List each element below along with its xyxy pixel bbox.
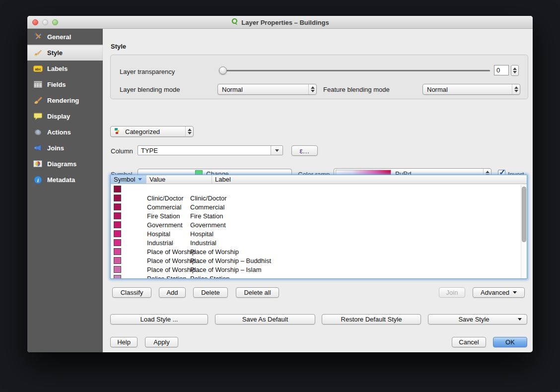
updown-arrows-icon	[308, 84, 316, 94]
table-body: Clinic/DoctorClinic/DoctorCommercialComm…	[111, 185, 521, 278]
layer-properties-window: Layer Properties – Buildings GeneralStyl…	[27, 16, 533, 352]
feature-blending-label: Feature blending mode	[323, 86, 390, 93]
apply-button[interactable]: Apply	[145, 337, 178, 347]
sidebar-item-label: Joins	[47, 144, 64, 152]
table-row[interactable]: Police StationPolice Station	[111, 274, 521, 278]
categories-table[interactable]: Symbol Value Label Clinic/DoctorClinic/D…	[110, 175, 527, 279]
menu-arrow-icon	[513, 291, 517, 294]
help-button[interactable]: Help	[110, 337, 138, 347]
sidebar-item-diagrams[interactable]: Diagrams	[27, 156, 103, 172]
table-row[interactable]: Place of Worship...Place of Worship – Is…	[111, 265, 521, 274]
table-row[interactable]: IndustrialIndustrial	[111, 238, 521, 247]
sidebar-item-labels[interactable]: abcLabels	[27, 61, 103, 76]
layer-blending-label: Layer blending mode	[120, 86, 180, 93]
category-swatch[interactable]	[114, 203, 121, 210]
category-label[interactable]: Industrial	[187, 239, 521, 247]
category-label[interactable]: Place of Worship – Buddhist	[187, 257, 521, 264]
category-label[interactable]: Place of Worship – Islam	[187, 266, 521, 273]
category-value[interactable]: Place of Worship	[121, 248, 187, 256]
table-row[interactable]: CommercialCommercial	[111, 202, 521, 211]
category-swatch[interactable]	[114, 257, 121, 264]
category-swatch[interactable]	[114, 248, 121, 255]
sidebar-item-rendering[interactable]: Rendering	[27, 92, 103, 108]
category-value[interactable]: Hospital	[121, 230, 187, 238]
category-swatch[interactable]	[114, 212, 121, 219]
category-swatch[interactable]	[114, 239, 121, 246]
svg-text:abc: abc	[35, 67, 41, 70]
table-row[interactable]: GovernmentGovernment	[111, 220, 521, 229]
category-value[interactable]: Police Station	[121, 275, 187, 279]
feature-blending-select[interactable]: Normal	[422, 84, 520, 95]
transparency-label: Layer transparency	[120, 68, 175, 75]
category-value[interactable]: Commercial	[121, 203, 187, 211]
brush-icon	[33, 96, 43, 105]
restore-default-style-button[interactable]: Restore Default Style	[322, 314, 421, 325]
table-scrollbar[interactable]	[521, 185, 527, 278]
sidebar-item-label: Display	[47, 113, 70, 120]
category-swatch[interactable]	[114, 230, 121, 237]
category-label[interactable]: Commercial	[187, 203, 521, 211]
column-header-label[interactable]: Label	[212, 175, 527, 184]
table-row[interactable]: Place of Worship...Place of Worship – Bu…	[111, 256, 521, 265]
column-select[interactable]: TYPE	[138, 145, 283, 155]
join-arrow-icon	[33, 143, 43, 152]
qgis-icon	[231, 18, 238, 27]
cancel-button[interactable]: Cancel	[452, 337, 486, 347]
sidebar-item-fields[interactable]: Fields	[27, 76, 103, 92]
category-value[interactable]: Place of Worship...	[121, 266, 187, 273]
table-row[interactable]	[111, 185, 521, 194]
sidebar-item-style[interactable]: Style	[27, 45, 103, 61]
scrollbar-thumb[interactable]	[522, 187, 526, 242]
column-header-value[interactable]: Value	[146, 175, 212, 184]
ok-button[interactable]: OK	[493, 337, 527, 347]
category-swatch[interactable]	[114, 195, 121, 201]
join-button[interactable]: Join	[439, 287, 465, 298]
table-header: Symbol Value Label	[111, 175, 527, 184]
dropdown-arrow-icon[interactable]	[271, 146, 282, 155]
category-label[interactable]: Clinic/Doctor	[187, 195, 521, 202]
expression-button[interactable]: ε…	[291, 145, 318, 156]
category-label[interactable]: Fire Station	[187, 212, 521, 220]
sidebar-item-label: Metadata	[47, 176, 75, 184]
layer-blending-select[interactable]: Normal	[217, 84, 317, 95]
category-label[interactable]: Hospital	[187, 230, 521, 238]
delete-all-button[interactable]: Delete all	[236, 287, 279, 298]
titlebar[interactable]: Layer Properties – Buildings	[27, 16, 533, 29]
category-value[interactable]: Place of Worship...	[121, 257, 187, 264]
transparency-stepper[interactable]	[511, 65, 519, 76]
category-label[interactable]: Place of Worship	[187, 248, 521, 256]
sidebar-item-label: Diagrams	[47, 160, 76, 168]
classify-button[interactable]: Classify	[112, 287, 151, 298]
sidebar-item-general[interactable]: General	[27, 29, 103, 45]
category-value[interactable]: Clinic/Doctor	[121, 195, 187, 202]
table-row[interactable]: Fire StationFire Station	[111, 211, 521, 220]
slider-thumb[interactable]	[219, 66, 227, 74]
sidebar-item-metadata[interactable]: iMetadata	[27, 172, 103, 188]
renderer-type-select[interactable]: Categorized	[110, 126, 194, 137]
table-row[interactable]: HospitalHospital	[111, 229, 521, 238]
transparency-value-input[interactable]	[494, 65, 509, 75]
category-label[interactable]: Government	[187, 221, 521, 229]
column-header-symbol[interactable]: Symbol	[111, 175, 146, 184]
sidebar-item-joins[interactable]: Joins	[27, 140, 103, 156]
sidebar-item-display[interactable]: Display	[27, 108, 103, 124]
categorized-icon	[114, 128, 121, 136]
category-value[interactable]: Fire Station	[121, 212, 187, 220]
sidebar-item-actions[interactable]: Actions	[27, 124, 103, 140]
delete-button[interactable]: Delete	[193, 287, 228, 298]
category-swatch[interactable]	[114, 266, 121, 273]
save-as-default-button[interactable]: Save As Default	[215, 314, 315, 325]
transparency-slider[interactable]	[219, 66, 490, 74]
category-swatch[interactable]	[114, 221, 121, 228]
category-label[interactable]: Police Station	[187, 275, 521, 279]
category-swatch[interactable]	[114, 186, 121, 193]
load-style-button[interactable]: Load Style ...	[110, 314, 208, 325]
add-button[interactable]: Add	[159, 287, 186, 298]
category-value[interactable]: Industrial	[121, 239, 187, 247]
category-swatch[interactable]	[114, 275, 121, 278]
table-row[interactable]: Place of WorshipPlace of Worship	[111, 247, 521, 256]
save-style-button[interactable]: Save Style	[428, 314, 527, 325]
advanced-button[interactable]: Advanced	[473, 287, 525, 298]
category-value[interactable]: Government	[121, 221, 187, 229]
table-row[interactable]: Clinic/DoctorClinic/Doctor	[111, 194, 521, 202]
